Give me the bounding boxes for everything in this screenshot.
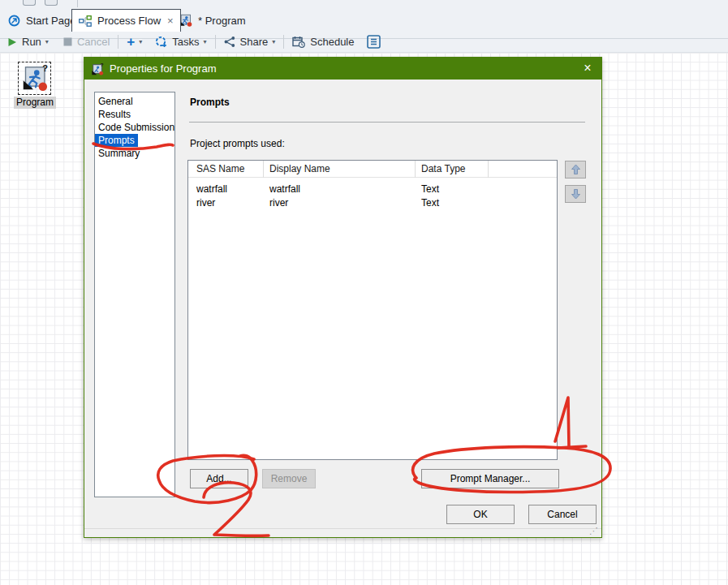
chevron-down-icon[interactable]: ▾ <box>272 38 275 45</box>
application-window: Start Page Process Flow × <box>0 0 728 585</box>
add-item-button[interactable]: + ▾ <box>123 32 146 52</box>
cutoff-toolbar-icon[interactable] <box>45 0 58 6</box>
top-chrome: Start Page Process Flow × <box>0 0 728 53</box>
run-icon <box>7 37 17 47</box>
share-button[interactable]: Share ▾ <box>220 32 280 52</box>
schedule-label: Schedule <box>310 36 354 48</box>
prompt-manager-button[interactable]: Prompt Manager... <box>421 469 559 488</box>
column-divider[interactable] <box>415 161 416 178</box>
category-code-submission[interactable]: Code Submission <box>95 121 174 134</box>
ok-button[interactable]: OK <box>446 505 515 524</box>
up-arrow-icon <box>571 164 581 175</box>
share-icon <box>224 37 235 47</box>
cell-sas-name: watrfall <box>196 183 227 195</box>
chevron-down-icon[interactable]: ▾ <box>139 38 142 45</box>
cancel-stop-icon <box>63 37 72 46</box>
resize-grip[interactable]: ⋰ <box>589 526 598 536</box>
tab-close-icon[interactable]: × <box>167 15 174 26</box>
dialog-close-icon[interactable]: × <box>579 59 597 77</box>
column-header-display-name[interactable]: Display Name <box>269 163 330 174</box>
cancel-button[interactable]: Cancel <box>528 505 597 524</box>
cell-data-type: Text <box>421 183 439 195</box>
dialog-title: Properties for Program <box>110 62 217 75</box>
cancel-button: Cancel <box>59 32 114 52</box>
cutoff-toolbar-icon[interactable] <box>23 0 36 6</box>
add-button[interactable]: Add... <box>190 469 248 488</box>
move-up-button[interactable] <box>565 161 586 179</box>
main-toolbar: Run ▾ Cancel + ▾ Tasks ▾ <box>0 31 728 53</box>
list-icon <box>367 35 381 49</box>
schedule-button[interactable]: Schedule <box>288 32 358 52</box>
tab-process-flow[interactable]: Process Flow × <box>71 9 181 32</box>
tasks-icon <box>155 36 167 48</box>
schedule-icon <box>292 36 305 48</box>
cancel-label: Cancel <box>77 36 110 48</box>
cell-sas-name: river <box>196 197 215 209</box>
column-header-data-type[interactable]: Data Type <box>421 163 465 174</box>
project-log-button[interactable] <box>363 32 385 52</box>
column-divider[interactable] <box>488 161 489 178</box>
process-flow-icon <box>79 15 92 27</box>
tasks-button[interactable]: Tasks ▾ <box>151 32 210 52</box>
toolbar-separator <box>77 0 78 7</box>
page-title: Prompts <box>190 97 230 108</box>
dialog-program-icon: ? <box>91 62 104 75</box>
category-prompts-selected[interactable]: Prompts <box>95 134 138 147</box>
column-header-sas-name[interactable]: SAS Name <box>196 163 244 174</box>
category-results[interactable]: Results <box>95 108 174 121</box>
toolbar-separator <box>118 35 118 49</box>
category-general[interactable]: General <box>95 95 174 108</box>
table-row[interactable]: watrfall watrfall Text <box>188 183 557 196</box>
share-label: Share <box>240 36 269 48</box>
properties-dialog: ? Properties for Program × General Resul… <box>84 57 602 538</box>
cell-display-name: watrfall <box>269 183 300 195</box>
svg-text:?: ? <box>42 65 48 73</box>
run-button[interactable]: Run ▾ <box>3 32 53 52</box>
cell-data-type: Text <box>421 197 439 209</box>
chevron-down-icon[interactable]: ▾ <box>45 38 49 45</box>
table-row[interactable]: river river Text <box>188 196 557 210</box>
program-node[interactable]: ? <box>18 62 51 95</box>
heading-divider <box>189 122 585 123</box>
plus-icon: + <box>127 37 135 48</box>
chevron-down-icon[interactable]: ▾ <box>204 38 207 45</box>
move-down-button[interactable] <box>565 185 586 203</box>
prompts-used-label: Project prompts used: <box>190 138 285 149</box>
toolbar-separator <box>215 35 216 49</box>
tab-program[interactable]: * Program <box>172 10 252 31</box>
tasks-label: Tasks <box>172 36 199 48</box>
svg-text:?: ? <box>101 62 104 67</box>
down-arrow-icon <box>571 188 581 200</box>
table-header-row: SAS Name Display Name Data Type <box>188 161 557 178</box>
cell-display-name: river <box>269 197 288 209</box>
tab-label: * Program <box>198 15 246 27</box>
remove-button: Remove <box>262 469 316 488</box>
document-tab-bar: Start Page Process Flow × <box>0 8 728 31</box>
run-label: Run <box>22 36 41 48</box>
footer-divider <box>84 528 601 529</box>
prompts-table[interactable]: SAS Name Display Name Data Type watrfall… <box>187 160 558 460</box>
program-node-icon: ? <box>21 65 48 92</box>
column-divider[interactable] <box>263 161 264 178</box>
start-page-icon <box>8 15 20 27</box>
tab-start-page[interactable]: Start Page <box>2 10 82 31</box>
toolbar-separator <box>283 35 284 49</box>
tab-label: Process Flow <box>97 15 161 27</box>
category-list[interactable]: General Results Code Submission Prompts … <box>94 92 175 497</box>
tab-label: Start Page <box>26 15 75 27</box>
dialog-titlebar[interactable]: ? Properties for Program × <box>84 58 601 80</box>
category-summary[interactable]: Summary <box>95 147 174 160</box>
program-node-label[interactable]: Program <box>14 97 56 109</box>
